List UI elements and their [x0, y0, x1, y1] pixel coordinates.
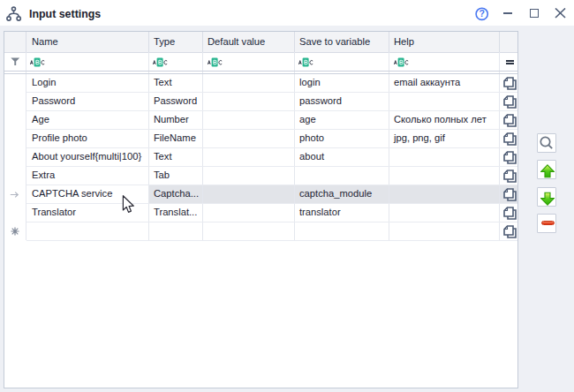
svg-text:?: ? — [479, 8, 484, 19]
